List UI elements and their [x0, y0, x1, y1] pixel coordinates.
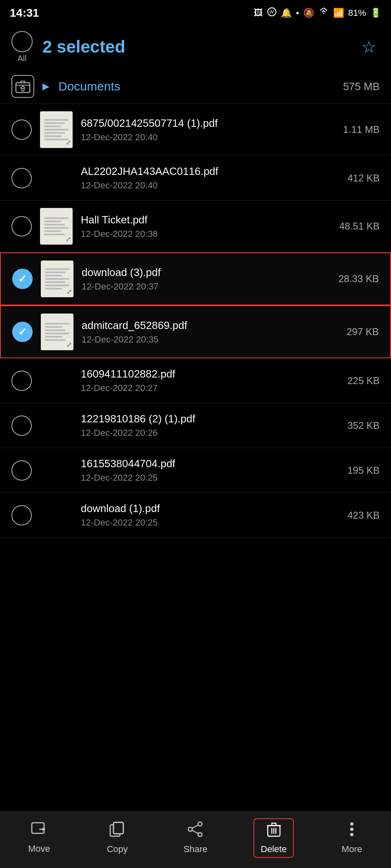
selected-count: 2 selected — [42, 37, 349, 57]
file-item[interactable]: 1609411102882.pdf 12-Dec-2022 20:27 225 … — [0, 358, 391, 403]
signal-icon: 📶 — [333, 8, 344, 18]
copy-icon — [109, 822, 125, 841]
file-item[interactable]: download (1).pdf 12-Dec-2022 20:25 423 K… — [0, 493, 391, 538]
file-info: download (3).pdf 12-Dec-2022 20:37 — [82, 266, 330, 292]
delete-button[interactable]: Delete — [235, 818, 313, 858]
file-size: 423 KB — [347, 510, 380, 521]
file-size: 1.11 MB — [343, 124, 380, 135]
more-label: More — [342, 844, 362, 855]
folder-name: Documents — [58, 80, 335, 93]
svg-point-9 — [188, 827, 192, 831]
all-label: All — [18, 54, 27, 63]
folder-icon-box — [11, 75, 34, 98]
file-checkbox-checked[interactable]: ✓ — [12, 322, 33, 342]
svg-point-18 — [350, 828, 353, 831]
whatsapp-icon: W — [267, 7, 277, 19]
bottom-nav: Move Copy Share — [0, 811, 391, 868]
copy-button[interactable]: Copy — [78, 822, 157, 855]
folder-size: 575 MB — [343, 80, 380, 93]
file-info: 6875/0021425507714 (1).pdf 12-Dec-2022 2… — [81, 117, 335, 143]
move-button[interactable]: Move — [0, 822, 78, 854]
share-icon — [188, 822, 203, 841]
file-checkbox[interactable] — [11, 415, 32, 436]
file-info: admitcard_652869.pdf 12-Dec-2022 20:35 — [82, 319, 338, 345]
svg-point-19 — [350, 833, 353, 836]
file-checkbox[interactable] — [11, 505, 32, 526]
file-info: 1609411102882.pdf 12-Dec-2022 20:27 — [81, 368, 339, 393]
file-checkbox[interactable] — [11, 216, 32, 236]
file-name: 6875/0021425507714 (1).pdf — [81, 117, 335, 130]
file-item-selected[interactable]: ✓ ⤢ admitcard_652869.pdf 12-Dec-2022 20:… — [0, 305, 391, 358]
file-size: 352 KB — [347, 420, 380, 431]
file-name: Hall Ticket.pdf — [81, 214, 331, 226]
status-time: 14:31 — [10, 7, 39, 20]
file-item[interactable]: AL2202JHA143AAC0116.pdf 12-Dec-2022 20:4… — [0, 156, 391, 201]
file-size: 225 KB — [347, 375, 380, 387]
file-checkbox[interactable] — [11, 460, 32, 481]
file-thumbnail: ⤢ — [41, 261, 73, 297]
notification-icon: 🔔 — [281, 8, 292, 18]
file-item[interactable]: ⤢ Hall Ticket.pdf 12-Dec-2022 20:38 48.5… — [0, 201, 391, 252]
file-size: 48.51 KB — [339, 221, 380, 232]
file-list: ⤢ 6875/0021425507714 (1).pdf 12-Dec-2022… — [0, 104, 391, 538]
svg-text:W: W — [269, 9, 274, 14]
file-meta: 12-Dec-2022 20:25 — [81, 517, 339, 528]
folder-arrow: ▶ — [42, 81, 49, 92]
file-meta: 12-Dec-2022 20:35 — [82, 334, 338, 345]
home-folder-icon — [15, 80, 31, 93]
file-size: 412 KB — [347, 172, 380, 184]
file-info: download (1).pdf 12-Dec-2022 20:25 — [81, 502, 339, 528]
file-meta: 12-Dec-2022 20:37 — [82, 281, 330, 292]
file-checkbox-checked[interactable]: ✓ — [12, 269, 33, 289]
file-thumbnail: ⤢ — [40, 111, 73, 148]
file-meta: 12-Dec-2022 20:27 — [81, 383, 339, 393]
delete-box: Delete — [253, 818, 294, 858]
gallery-icon: 🖼 — [254, 8, 263, 18]
move-label: Move — [28, 844, 50, 854]
file-checkbox[interactable] — [11, 168, 32, 188]
copy-label: Copy — [107, 844, 128, 855]
file-item-selected[interactable]: ✓ ⤢ download (3).pdf 12-Dec-2022 20:37 2… — [0, 252, 391, 305]
file-checkbox[interactable] — [11, 371, 32, 391]
file-meta: 12-Dec-2022 20:25 — [81, 473, 339, 483]
mute-icon: 🔕 — [303, 8, 314, 18]
dot-icon: • — [296, 8, 299, 18]
share-label: Share — [184, 844, 208, 855]
svg-point-10 — [198, 833, 202, 837]
all-circle — [11, 31, 33, 52]
file-info: 1615538044704.pdf 12-Dec-2022 20:25 — [81, 457, 339, 483]
file-item[interactable]: ⤢ 6875/0021425507714 (1).pdf 12-Dec-2022… — [0, 104, 391, 156]
status-icons: 🖼 W 🔔 • 🔕 📶 81% 🔋 — [254, 7, 381, 19]
checkmark-icon: ✓ — [18, 326, 27, 338]
more-button[interactable]: More — [313, 822, 391, 855]
file-thumbnail: ⤢ — [40, 208, 73, 245]
all-button[interactable]: All — [11, 31, 33, 63]
file-info: AL2202JHA143AAC0116.pdf 12-Dec-2022 20:4… — [81, 165, 339, 191]
file-meta: 12-Dec-2022 20:38 — [81, 229, 331, 239]
battery-text: 81% — [348, 8, 366, 18]
file-name: download (3).pdf — [82, 266, 330, 279]
share-button[interactable]: Share — [156, 822, 235, 855]
more-icon — [350, 822, 354, 841]
file-size: 297 KB — [347, 326, 379, 338]
file-name: AL2202JHA143AAC0116.pdf — [81, 165, 339, 178]
battery-icon: 🔋 — [370, 8, 381, 18]
thumb-expand-icon: ⤢ — [66, 139, 71, 146]
file-meta: 12-Dec-2022 20:40 — [81, 132, 335, 143]
file-thumbnail: ⤢ — [41, 314, 73, 350]
file-checkbox[interactable] — [11, 119, 32, 140]
file-item[interactable]: 1615538044704.pdf 12-Dec-2022 20:25 195 … — [0, 448, 391, 493]
svg-rect-4 — [32, 823, 44, 833]
file-name: download (1).pdf — [81, 502, 339, 515]
move-icon — [31, 822, 47, 840]
svg-rect-6 — [113, 822, 123, 834]
selection-bar: All 2 selected ☆ — [0, 24, 391, 69]
svg-line-12 — [192, 830, 198, 833]
file-item[interactable]: 12219810186 (2) (1).pdf 12-Dec-2022 20:2… — [0, 403, 391, 448]
star-icon: ☆ — [362, 39, 376, 55]
file-name: 12219810186 (2) (1).pdf — [81, 413, 339, 425]
star-button[interactable]: ☆ — [358, 36, 380, 57]
file-meta: 12-Dec-2022 20:40 — [81, 180, 339, 191]
file-info: Hall Ticket.pdf 12-Dec-2022 20:38 — [81, 214, 331, 239]
folder-header[interactable]: ▶ Documents 575 MB — [0, 69, 391, 104]
